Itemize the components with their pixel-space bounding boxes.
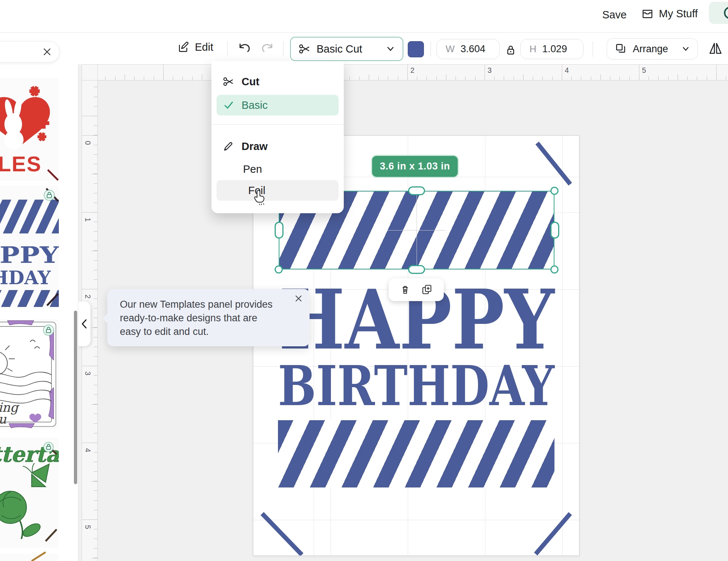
v-ruler-number: 5 (83, 525, 92, 529)
edit-label: Edit (195, 41, 213, 53)
top-header-bar: Save My Stuff (0, 0, 728, 33)
selection-handle-bottom-middle[interactable] (408, 265, 425, 274)
account-icon (709, 2, 728, 24)
toolbar-separator (227, 41, 228, 57)
edit-pencil-icon (176, 40, 190, 54)
check-icon (223, 100, 234, 111)
panel-collapse-button[interactable] (78, 301, 90, 346)
tooltip-close-icon[interactable] (294, 294, 303, 303)
card-text-birthday[interactable]: BIRTHDAY (277, 357, 555, 412)
thumb2-line1: HAPPY (0, 242, 59, 268)
delete-icon[interactable] (399, 284, 411, 296)
menu-group-draw[interactable]: Draw (211, 136, 344, 157)
operation-label: Basic Cut (317, 43, 380, 55)
stripe-element-bottom[interactable] (278, 420, 554, 487)
menu-group-cut[interactable]: Cut (211, 71, 344, 92)
lock-badge-icon (44, 442, 53, 452)
hand-cursor-icon (253, 189, 269, 207)
toolbar-separator (431, 41, 431, 57)
undo-button[interactable] (236, 40, 252, 57)
pen-icon (222, 140, 234, 152)
operation-dropdown-menu: Cut Basic Draw Pen Foil (211, 61, 344, 213)
tooltip-text: Our new Templates panel provides ready-t… (120, 298, 278, 339)
account-button[interactable] (709, 2, 728, 24)
edit-toolbar: Edit Basic Cut W 3.604 (78, 32, 728, 64)
arrange-layers-icon (614, 43, 627, 55)
tooltip-arrow (103, 313, 108, 324)
width-value: 3.604 (461, 43, 486, 55)
horizontal-ruler: 0 1 2 3 4 5 (98, 64, 728, 81)
menu-basic-label: Basic (242, 99, 268, 111)
arrange-label: Arrange (633, 43, 675, 55)
selection-size-label: 3.6 in x 1.03 in (380, 161, 450, 172)
selection-size-badge: 3.6 in x 1.03 in (372, 156, 458, 177)
color-swatch[interactable] (408, 41, 424, 57)
h-ruler-number: 5 (642, 66, 646, 75)
arrange-dropdown-button[interactable]: Arrange (607, 38, 698, 60)
menu-item-foil[interactable]: Foil (217, 180, 339, 201)
lock-aspect-button[interactable] (503, 42, 519, 58)
flip-horizontal-icon (708, 41, 723, 56)
my-stuff-button[interactable]: My Stuff (640, 7, 698, 21)
menu-cut-label: Cut (242, 76, 259, 88)
lock-badge-icon (44, 190, 54, 200)
selection-handle-left-middle[interactable] (275, 222, 283, 239)
vertical-ruler-minor-ticks (94, 81, 97, 561)
template-thumbnail-muttertag[interactable]: Muttertag (0, 437, 59, 548)
width-label: W (446, 43, 455, 55)
operation-dropdown-button[interactable]: Basic Cut (290, 37, 403, 61)
panel-search-bar[interactable] (0, 41, 60, 62)
templates-panel: MILES HAPPY BIRTHDAY (0, 32, 78, 561)
inbox-icon (640, 7, 654, 21)
selection-handle-top-right[interactable] (550, 187, 559, 195)
thumb2-line2: BIRTHDAY (0, 267, 51, 289)
lock-icon (504, 44, 517, 56)
template-thumbnail-partial[interactable] (0, 551, 59, 561)
panel-scrollbar[interactable] (74, 311, 77, 484)
selection-action-bar (389, 278, 444, 301)
toolbar-separator (593, 41, 593, 57)
horizontal-ruler-minor-ticks (98, 76, 728, 80)
selection-handle-bottom-left[interactable] (275, 265, 283, 274)
menu-draw-label: Draw (242, 140, 268, 153)
selection-handle-bottom-right[interactable] (550, 265, 559, 274)
height-field[interactable]: H 1.029 (520, 39, 584, 59)
height-label: H (529, 43, 536, 55)
ruler-corner (82, 64, 98, 81)
selection-handle-top-middle[interactable] (408, 186, 425, 195)
templates-tooltip: Our new Templates panel provides ready-t… (107, 289, 310, 346)
v-ruler-number: 2 (83, 294, 92, 299)
chevron-down-icon (681, 44, 690, 53)
panel-close-icon[interactable] (42, 47, 52, 57)
redo-button[interactable] (260, 40, 276, 57)
width-field[interactable]: W 3.604 (436, 39, 500, 59)
v-ruler-number: 0 (83, 141, 92, 145)
template-thumbnail-thinking-of-you[interactable]: thinking of you (0, 319, 59, 429)
scissors-icon (298, 43, 311, 55)
thumb3-line2: of you (0, 412, 7, 426)
template-thumbnail-heart-smiles[interactable]: MILES (0, 78, 59, 181)
menu-pen-label: Pen (243, 163, 262, 175)
toolbar-separator (283, 41, 283, 57)
card-text-birthday-label: BIRTHDAY (278, 357, 555, 412)
edit-button[interactable]: Edit (176, 40, 213, 54)
selection-handle-right-middle[interactable] (550, 222, 559, 239)
v-ruler-number: 4 (83, 448, 92, 452)
thumb1-label: MILES (0, 152, 42, 176)
v-ruler-number: 3 (83, 371, 92, 375)
h-ruler-number: 3 (488, 66, 492, 75)
flip-horizontal-button[interactable] (707, 40, 724, 57)
h-ruler-number: 2 (410, 66, 414, 75)
chevron-left-icon (80, 318, 88, 329)
undo-icon (237, 41, 251, 56)
menu-item-pen[interactable]: Pen (211, 159, 344, 179)
height-value: 1.029 (542, 43, 567, 55)
template-thumbnail-happy-birthday[interactable]: HAPPY BIRTHDAY (0, 186, 59, 307)
h-ruler-number: 4 (565, 66, 569, 75)
my-stuff-label: My Stuff (659, 8, 698, 20)
scissors-icon (222, 76, 234, 87)
menu-item-basic[interactable]: Basic (217, 95, 339, 115)
v-ruler-number: 1 (83, 218, 92, 222)
duplicate-icon[interactable] (421, 283, 433, 296)
save-button[interactable]: Save (602, 9, 627, 21)
